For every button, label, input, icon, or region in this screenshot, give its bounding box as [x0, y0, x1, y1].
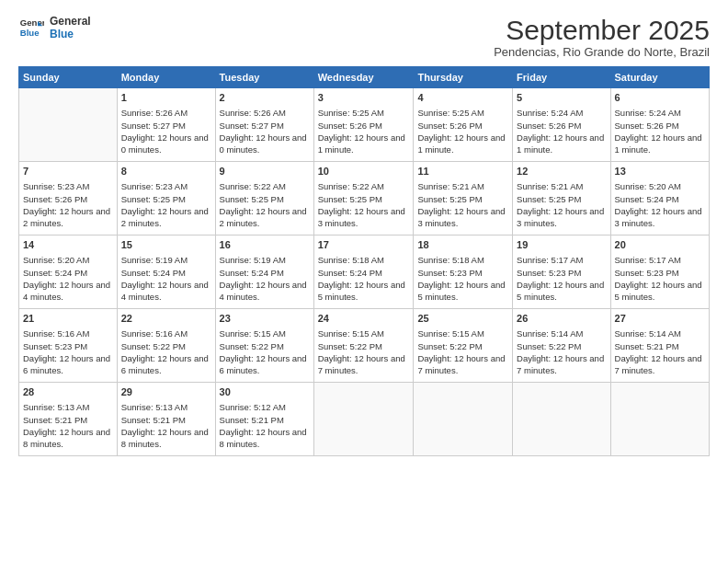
daylight: Daylight: 12 hours and 0 minutes. [220, 132, 307, 155]
sunrise: Sunrise: 5:23 AM [121, 181, 188, 191]
table-row: 28Sunrise: 5:13 AMSunset: 5:21 PMDayligh… [19, 383, 710, 456]
sunset: Sunset: 5:22 PM [220, 341, 284, 351]
day-number: 18 [417, 238, 508, 252]
sunrise: Sunrise: 5:22 AM [220, 181, 286, 191]
table-cell: 23Sunrise: 5:15 AMSunset: 5:22 PMDayligh… [215, 309, 313, 383]
day-number: 12 [517, 165, 606, 178]
daylight: Daylight: 12 hours and 1 minute. [517, 132, 604, 155]
daylight: Daylight: 12 hours and 5 minutes. [517, 280, 604, 302]
sunset: Sunset: 5:25 PM [318, 194, 382, 204]
col-saturday: Saturday [610, 67, 709, 88]
sunset: Sunset: 5:26 PM [615, 121, 679, 131]
table-cell: 25Sunrise: 5:15 AMSunset: 5:22 PMDayligh… [414, 309, 513, 383]
daylight: Daylight: 12 hours and 2 minutes. [121, 206, 209, 228]
table-cell: 21Sunrise: 5:16 AMSunset: 5:23 PMDayligh… [19, 309, 118, 383]
daylight: Daylight: 12 hours and 8 minutes. [220, 427, 307, 449]
col-sunday: Sunday [19, 67, 118, 88]
day-number: 20 [615, 238, 705, 252]
day-number: 14 [23, 238, 113, 252]
day-number: 13 [615, 165, 705, 178]
table-cell: 29Sunrise: 5:13 AMSunset: 5:21 PMDayligh… [117, 383, 215, 456]
table-cell: 6Sunrise: 5:24 AMSunset: 5:26 PMDaylight… [610, 88, 709, 162]
sunset: Sunset: 5:22 PM [517, 341, 581, 351]
sunrise: Sunrise: 5:13 AM [121, 402, 188, 412]
day-number: 6 [615, 91, 705, 105]
sunrise: Sunrise: 5:16 AM [121, 328, 188, 339]
subtitle: Pendencias, Rio Grande do Norte, Brazil [494, 45, 710, 59]
daylight: Daylight: 12 hours and 7 minutes. [517, 353, 604, 375]
col-tuesday: Tuesday [215, 67, 313, 88]
table-cell: 15Sunrise: 5:19 AMSunset: 5:24 PMDayligh… [117, 236, 215, 309]
daylight: Daylight: 12 hours and 8 minutes. [23, 427, 110, 449]
sunrise: Sunrise: 5:26 AM [220, 108, 286, 118]
sunrise: Sunrise: 5:17 AM [615, 255, 681, 265]
sunrise: Sunrise: 5:24 AM [517, 108, 583, 118]
daylight: Daylight: 12 hours and 4 minutes. [220, 280, 307, 302]
table-cell: 7Sunrise: 5:23 AMSunset: 5:26 PMDaylight… [19, 162, 118, 236]
table-cell: 9Sunrise: 5:22 AMSunset: 5:25 PMDaylight… [215, 162, 313, 236]
col-monday: Monday [117, 67, 215, 88]
table-cell [414, 383, 513, 456]
page: General Blue General Blue September 2025… [0, 0, 728, 563]
day-number: 1 [121, 91, 211, 105]
table-cell [610, 383, 709, 456]
day-number: 21 [23, 312, 113, 326]
sunrise: Sunrise: 5:17 AM [517, 255, 583, 265]
sunset: Sunset: 5:26 PM [318, 121, 382, 131]
daylight: Daylight: 12 hours and 2 minutes. [23, 206, 110, 228]
table-cell: 2Sunrise: 5:26 AMSunset: 5:27 PMDaylight… [215, 88, 313, 162]
daylight: Daylight: 12 hours and 4 minutes. [23, 280, 110, 302]
sunrise: Sunrise: 5:14 AM [517, 328, 583, 339]
col-wednesday: Wednesday [313, 67, 414, 88]
table-cell: 18Sunrise: 5:18 AMSunset: 5:23 PMDayligh… [414, 236, 513, 309]
sunset: Sunset: 5:24 PM [23, 268, 87, 278]
header: General Blue General Blue September 2025… [18, 15, 710, 59]
title-block: September 2025 Pendencias, Rio Grande do… [494, 15, 710, 59]
day-number: 27 [615, 312, 705, 326]
logo-line2: Blue [50, 28, 91, 40]
day-number: 2 [220, 91, 310, 105]
sunrise: Sunrise: 5:18 AM [417, 255, 483, 265]
sunset: Sunset: 5:24 PM [121, 268, 186, 278]
sunrise: Sunrise: 5:19 AM [220, 255, 286, 265]
daylight: Daylight: 12 hours and 4 minutes. [121, 280, 209, 302]
table-cell: 14Sunrise: 5:20 AMSunset: 5:24 PMDayligh… [19, 236, 118, 309]
day-number: 9 [220, 165, 310, 178]
daylight: Daylight: 12 hours and 5 minutes. [417, 280, 505, 302]
sunset: Sunset: 5:21 PM [121, 415, 186, 425]
sunrise: Sunrise: 5:21 AM [417, 181, 483, 191]
sunset: Sunset: 5:23 PM [417, 268, 482, 278]
sunrise: Sunrise: 5:19 AM [121, 255, 188, 265]
day-number: 5 [517, 91, 606, 105]
sunset: Sunset: 5:25 PM [121, 194, 186, 204]
day-number: 23 [220, 312, 310, 326]
sunrise: Sunrise: 5:16 AM [23, 328, 89, 339]
sunrise: Sunrise: 5:18 AM [318, 255, 384, 265]
table-row: 7Sunrise: 5:23 AMSunset: 5:26 PMDaylight… [19, 162, 710, 236]
sunset: Sunset: 5:26 PM [517, 121, 581, 131]
table-cell: 8Sunrise: 5:23 AMSunset: 5:25 PMDaylight… [117, 162, 215, 236]
table-cell: 11Sunrise: 5:21 AMSunset: 5:25 PMDayligh… [414, 162, 513, 236]
day-number: 24 [318, 312, 410, 326]
sunrise: Sunrise: 5:15 AM [417, 328, 483, 339]
table-row: 1Sunrise: 5:26 AMSunset: 5:27 PMDaylight… [19, 88, 710, 162]
sunrise: Sunrise: 5:25 AM [318, 108, 384, 118]
sunset: Sunset: 5:24 PM [220, 268, 284, 278]
day-number: 3 [318, 91, 410, 105]
logo: General Blue General Blue [18, 15, 91, 41]
daylight: Daylight: 12 hours and 3 minutes. [318, 206, 405, 228]
day-number: 25 [417, 312, 508, 326]
sunrise: Sunrise: 5:26 AM [121, 108, 188, 118]
logo-icon: General Blue [18, 15, 44, 40]
table-cell: 5Sunrise: 5:24 AMSunset: 5:26 PMDaylight… [513, 88, 610, 162]
sunrise: Sunrise: 5:25 AM [417, 108, 483, 118]
daylight: Daylight: 12 hours and 3 minutes. [417, 206, 505, 228]
sunset: Sunset: 5:23 PM [517, 268, 581, 278]
table-cell: 13Sunrise: 5:20 AMSunset: 5:24 PMDayligh… [610, 162, 709, 236]
sunset: Sunset: 5:26 PM [23, 194, 87, 204]
header-row: Sunday Monday Tuesday Wednesday Thursday… [19, 67, 710, 88]
sunrise: Sunrise: 5:13 AM [23, 402, 89, 412]
month-title: September 2025 [494, 15, 710, 45]
day-number: 19 [517, 238, 606, 252]
table-cell: 17Sunrise: 5:18 AMSunset: 5:24 PMDayligh… [313, 236, 414, 309]
